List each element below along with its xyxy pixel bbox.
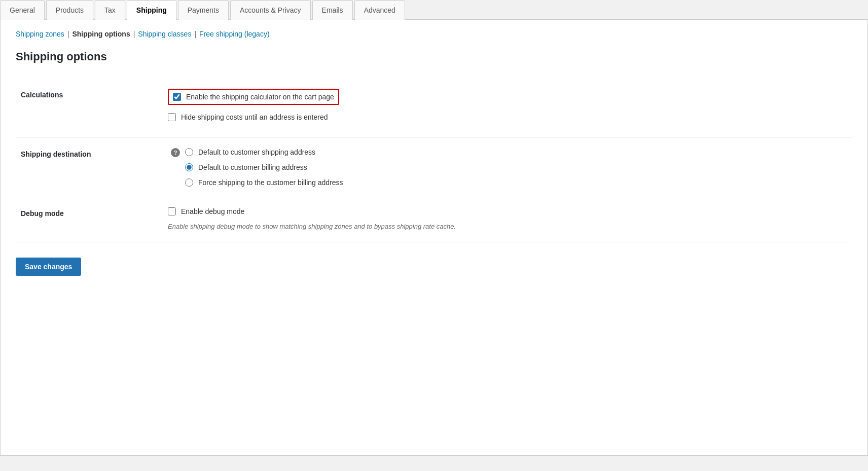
shipping-destination-help-icon[interactable]: ?: [171, 148, 180, 157]
calculations-controls: Enable the shipping calculator on the ca…: [158, 79, 852, 138]
radio-force-billing-label[interactable]: Force shipping to the customer billing a…: [198, 178, 343, 187]
radio-billing-address[interactable]: [185, 163, 193, 171]
tab-advanced[interactable]: Advanced: [354, 1, 405, 20]
shipping-destination-row: Shipping destination ? Default to custom…: [16, 138, 852, 197]
debug-mode-label: Debug mode: [16, 197, 158, 242]
enable-shipping-calculator-checkbox[interactable]: [173, 93, 181, 101]
page-wrapper: General Products Tax Shipping Payments A…: [0, 0, 868, 471]
enable-shipping-calculator-row: Enable the shipping calculator on the ca…: [168, 89, 339, 105]
destination-cell: ? Default to customer shipping address D…: [168, 148, 847, 187]
page-title: Shipping options: [16, 50, 852, 63]
debug-mode-controls: Enable debug mode Enable shipping debug …: [158, 197, 852, 242]
tab-shipping[interactable]: Shipping: [127, 1, 176, 20]
calculations-label: Calculations: [16, 79, 158, 138]
content-area: Shipping zones | Shipping options | Ship…: [0, 20, 868, 456]
shipping-destination-label: Shipping destination: [16, 138, 158, 197]
subnav-free-shipping[interactable]: Free shipping (legacy): [199, 30, 270, 38]
subnav-shipping-zones[interactable]: Shipping zones: [16, 30, 64, 38]
enable-debug-mode-checkbox[interactable]: [168, 207, 176, 215]
radio-row-force-billing: Force shipping to the customer billing a…: [185, 178, 343, 187]
enable-debug-mode-label[interactable]: Enable debug mode: [181, 207, 244, 215]
shipping-destination-controls: ? Default to customer shipping address D…: [158, 138, 852, 197]
radio-force-billing[interactable]: [185, 178, 193, 187]
radio-shipping-address[interactable]: [185, 148, 193, 156]
tab-products[interactable]: Products: [46, 1, 93, 20]
radio-row-billing-address: Default to customer billing address: [185, 163, 343, 171]
debug-mode-row: Debug mode Enable debug mode Enable ship…: [16, 197, 852, 242]
hide-shipping-costs-label[interactable]: Hide shipping costs until an address is …: [181, 113, 328, 121]
destination-label-wrapper: Shipping destination: [21, 150, 153, 158]
settings-form: Calculations Enable the shipping calcula…: [16, 79, 852, 242]
tab-tax[interactable]: Tax: [95, 1, 125, 20]
hide-shipping-costs-checkbox[interactable]: [168, 113, 176, 121]
calculations-row: Calculations Enable the shipping calcula…: [16, 79, 852, 138]
subnav-sep-2: |: [133, 30, 135, 38]
save-changes-button[interactable]: Save changes: [16, 258, 81, 276]
sub-navigation: Shipping zones | Shipping options | Ship…: [16, 30, 852, 38]
radio-shipping-address-label[interactable]: Default to customer shipping address: [198, 148, 315, 156]
debug-mode-description: Enable shipping debug mode to show match…: [168, 222, 847, 232]
subnav-shipping-options: Shipping options: [72, 30, 130, 38]
tabs-navigation: General Products Tax Shipping Payments A…: [0, 0, 868, 20]
tab-accounts-privacy[interactable]: Accounts & Privacy: [230, 1, 311, 20]
radio-billing-address-label[interactable]: Default to customer billing address: [198, 163, 307, 171]
tab-general[interactable]: General: [0, 1, 45, 20]
enable-debug-mode-row: Enable debug mode: [168, 207, 847, 215]
tab-payments[interactable]: Payments: [178, 1, 229, 20]
hide-shipping-costs-row: Hide shipping costs until an address is …: [168, 113, 847, 121]
subnav-sep-1: |: [67, 30, 69, 38]
shipping-destination-radio-group: Default to customer shipping address Def…: [185, 148, 343, 187]
radio-row-shipping-address: Default to customer shipping address: [185, 148, 343, 156]
subnav-shipping-classes[interactable]: Shipping classes: [138, 30, 191, 38]
enable-shipping-calculator-label[interactable]: Enable the shipping calculator on the ca…: [186, 93, 334, 101]
shipping-destination-text: Shipping destination: [21, 150, 91, 158]
tab-emails[interactable]: Emails: [312, 1, 353, 20]
subnav-sep-3: |: [194, 30, 196, 38]
